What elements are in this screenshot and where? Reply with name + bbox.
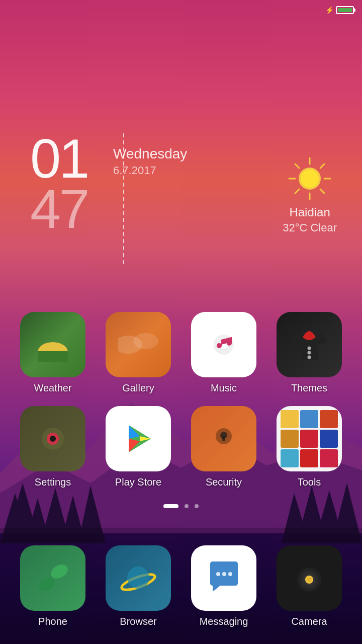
app-item-gallery[interactable]: Gallery bbox=[101, 312, 176, 394]
app-item-music[interactable]: Music bbox=[186, 312, 261, 394]
app-icon-settings bbox=[20, 406, 85, 471]
app-item-settings[interactable]: Settings bbox=[15, 406, 90, 488]
page-indicator-1[interactable] bbox=[163, 504, 178, 508]
battery-bolt-icon: ⚡ bbox=[325, 6, 334, 14]
battery-container: ⚡ bbox=[325, 6, 354, 14]
dock-label-browser: Browser bbox=[120, 616, 156, 627]
app-item-playstore[interactable]: Play Store bbox=[101, 406, 176, 488]
date-full: 6.7.2017 bbox=[113, 164, 187, 177]
dock-item-camera[interactable]: Camera bbox=[272, 545, 347, 627]
app-icon-music bbox=[191, 312, 256, 377]
app-label-music: Music bbox=[211, 382, 237, 394]
app-icon-playstore bbox=[106, 406, 171, 471]
svg-point-50 bbox=[127, 567, 149, 589]
dock-icon-messaging bbox=[191, 545, 256, 611]
weather-temp: 32°C Clear bbox=[283, 221, 337, 234]
app-label-settings: Settings bbox=[35, 476, 71, 488]
app-label-weather: Weather bbox=[34, 382, 71, 394]
browser-icon-bg bbox=[106, 545, 171, 611]
phone-icon-bg bbox=[20, 545, 85, 611]
svg-point-58 bbox=[307, 577, 312, 582]
app-icon-themes bbox=[277, 312, 342, 377]
svg-point-35 bbox=[308, 356, 311, 359]
app-item-weather[interactable]: Weather bbox=[15, 312, 90, 394]
dock: Phone Browser bbox=[0, 528, 362, 644]
dock-icon-phone bbox=[20, 545, 85, 611]
dock-item-browser[interactable]: Browser bbox=[101, 545, 176, 627]
svg-line-16 bbox=[295, 164, 299, 168]
svg-point-21 bbox=[301, 170, 319, 188]
date-weekday: Wednesday bbox=[113, 146, 187, 162]
page-indicator-3[interactable] bbox=[195, 504, 199, 508]
app-icon-security bbox=[191, 406, 256, 471]
svg-point-51 bbox=[216, 572, 220, 576]
sun-icon bbox=[287, 156, 332, 201]
tools-icon-bg bbox=[277, 406, 342, 471]
page-indicator-2[interactable] bbox=[185, 504, 189, 508]
app-icon-gallery bbox=[106, 312, 171, 377]
app-label-security: Security bbox=[206, 476, 242, 488]
weather-location: Haidian bbox=[283, 205, 337, 219]
app-icon-tools bbox=[277, 406, 342, 471]
weather-widget[interactable]: Haidian 32°C Clear bbox=[283, 156, 337, 234]
svg-point-34 bbox=[308, 351, 311, 355]
dock-label-phone: Phone bbox=[38, 616, 67, 627]
app-grid: Weather Gallery bbox=[0, 312, 362, 500]
app-item-themes[interactable]: Themes bbox=[272, 312, 347, 394]
dock-item-messaging[interactable]: Messaging bbox=[186, 545, 261, 627]
gallery-icon-bg bbox=[106, 312, 171, 377]
app-label-themes: Themes bbox=[291, 382, 327, 394]
date-info: Wednesday 6.7.2017 bbox=[113, 146, 187, 177]
themes-icon-bg bbox=[277, 312, 342, 377]
page-indicators bbox=[0, 504, 362, 508]
weather-icon-bg bbox=[20, 312, 85, 377]
music-icon-bg bbox=[191, 312, 256, 377]
svg-point-38 bbox=[50, 436, 56, 442]
svg-rect-45 bbox=[222, 436, 225, 441]
svg-rect-32 bbox=[231, 337, 232, 343]
security-icon-bg bbox=[191, 406, 256, 471]
svg-point-53 bbox=[228, 572, 232, 576]
svg-point-33 bbox=[308, 347, 311, 350]
dock-item-phone[interactable]: Phone bbox=[15, 545, 90, 627]
dock-icon-browser bbox=[106, 545, 171, 611]
messaging-icon-bg bbox=[191, 545, 256, 611]
camera-icon-bg bbox=[277, 545, 342, 611]
playstore-icon-bg bbox=[106, 406, 171, 471]
clock-minute: 47 bbox=[30, 181, 87, 236]
app-label-playstore: Play Store bbox=[115, 476, 161, 488]
app-row-1: Weather Gallery bbox=[10, 312, 352, 394]
app-label-tools: Tools bbox=[298, 476, 321, 488]
svg-line-19 bbox=[295, 189, 299, 193]
app-label-gallery: Gallery bbox=[122, 382, 154, 394]
status-bar: ⚡ bbox=[0, 0, 362, 20]
app-icon-weather bbox=[20, 312, 85, 377]
dock-label-messaging: Messaging bbox=[200, 616, 248, 627]
settings-icon-bg bbox=[20, 406, 85, 471]
svg-rect-31 bbox=[221, 340, 222, 346]
battery-fill bbox=[338, 8, 352, 12]
svg-point-52 bbox=[222, 572, 226, 576]
app-item-tools[interactable]: Tools bbox=[272, 406, 347, 488]
svg-rect-23 bbox=[38, 351, 68, 362]
svg-line-18 bbox=[320, 164, 324, 168]
app-item-security[interactable]: Security bbox=[186, 406, 261, 488]
clock-widget: 01 47 bbox=[30, 131, 87, 236]
app-row-2: Settings Play Store bbox=[10, 406, 352, 488]
dock-label-camera: Camera bbox=[291, 616, 327, 627]
dock-icon-camera bbox=[277, 545, 342, 611]
battery-bar bbox=[336, 6, 354, 14]
svg-line-17 bbox=[320, 189, 324, 193]
svg-point-25 bbox=[133, 333, 158, 349]
